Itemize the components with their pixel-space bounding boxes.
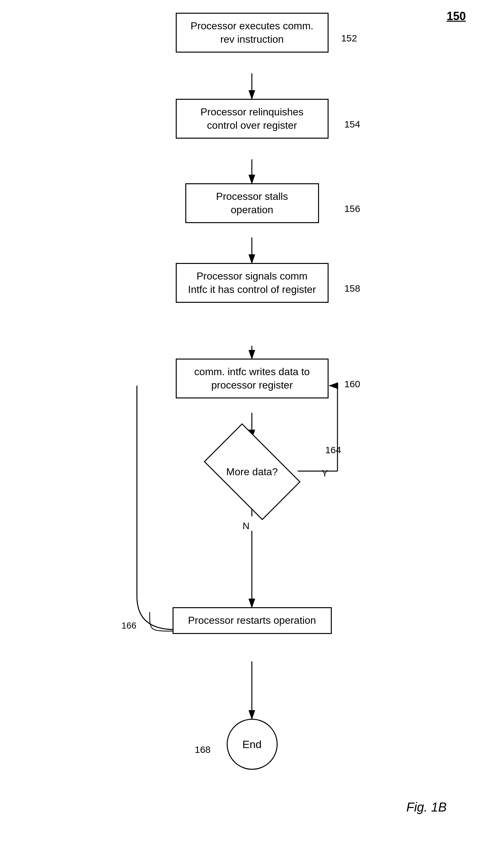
ref-154: 154	[344, 119, 360, 130]
ref-156: 156	[344, 204, 360, 214]
box-156: Processor stalls operation 156	[169, 183, 335, 223]
box-158-content: Processor signals comm Intfc it has cont…	[176, 263, 329, 303]
ref-152: 152	[341, 33, 357, 44]
figure-label: Fig. 1B	[406, 800, 447, 814]
box-160-content: comm. intfc writes data to processor reg…	[176, 359, 329, 398]
box-156-content: Processor stalls operation	[185, 183, 319, 223]
diamond-wrapper: More data?	[188, 438, 316, 505]
ref-160: 160	[344, 379, 360, 390]
svg-text:Y: Y	[321, 468, 328, 479]
box-152-content: Processor executes comm. rev instruction	[176, 13, 329, 52]
ref-158: 158	[344, 283, 360, 294]
ref-164: 164	[325, 444, 341, 455]
box-158: Processor signals comm Intfc it has cont…	[169, 263, 335, 303]
box-166: Processor restarts operation 166	[160, 607, 345, 634]
ref-166: 166	[122, 621, 137, 631]
svg-text:N: N	[242, 521, 250, 531]
end-circle: End 168	[220, 719, 284, 770]
diagram-container: 150 N Y	[0, 0, 504, 859]
figure-number: 150	[447, 10, 466, 23]
diamond-164: More data? 164	[185, 438, 319, 505]
end-circle-shape: End	[227, 719, 278, 770]
box-154: Processor relinquishes control over regi…	[169, 99, 335, 139]
box-166-content: Processor restarts operation	[173, 607, 332, 634]
box-152: Processor executes comm. rev instruction…	[173, 13, 332, 52]
ref-168: 168	[195, 744, 211, 755]
diamond-text: More data?	[226, 466, 278, 478]
box-160: comm. intfc writes data to processor reg…	[169, 359, 335, 398]
box-154-content: Processor relinquishes control over regi…	[176, 99, 329, 139]
